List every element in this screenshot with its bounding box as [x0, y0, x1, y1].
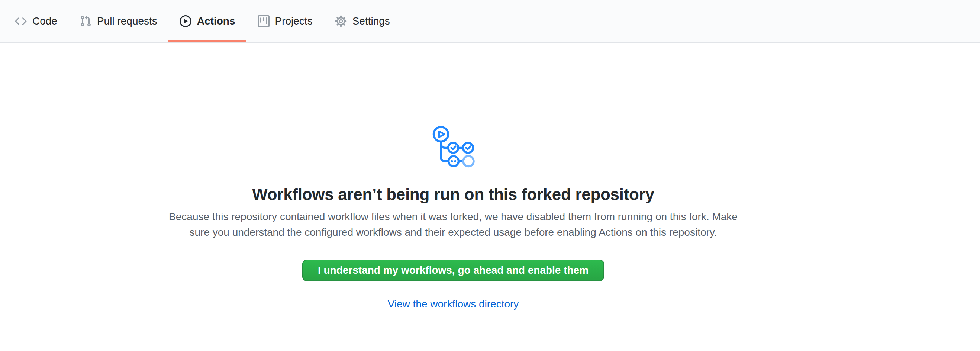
- link-row: View the workflows directory: [0, 281, 907, 310]
- actions-page: Code Pull requests Actions Projects: [0, 0, 980, 351]
- button-row: I understand my workflows, go ahead and …: [0, 240, 907, 281]
- workflows-disabled-blankslate: Workflows aren’t being run on this forke…: [0, 43, 907, 310]
- description-line-2: sure you understand the configured workf…: [0, 225, 907, 240]
- tab-actions-label: Actions: [197, 16, 235, 26]
- description-line-1: Because this repository contained workfl…: [0, 209, 907, 225]
- git-pull-request-icon: [80, 15, 91, 27]
- tab-settings-label: Settings: [352, 16, 390, 26]
- tab-projects[interactable]: Projects: [247, 0, 324, 42]
- tab-code-label: Code: [32, 16, 57, 26]
- gear-icon: [335, 15, 347, 27]
- tab-pull-requests[interactable]: Pull requests: [68, 0, 169, 42]
- tab-code[interactable]: Code: [4, 0, 68, 42]
- tab-projects-label: Projects: [275, 16, 313, 26]
- tab-settings[interactable]: Settings: [324, 0, 401, 42]
- project-board-icon: [258, 15, 269, 27]
- tab-actions[interactable]: Actions: [169, 0, 247, 42]
- view-workflows-directory-link[interactable]: View the workflows directory: [388, 298, 519, 310]
- main-content: Workflows aren’t being run on this forke…: [0, 43, 980, 310]
- page-title: Workflows aren’t being run on this forke…: [0, 185, 907, 204]
- repo-nav: Code Pull requests Actions Projects: [0, 0, 980, 43]
- code-icon: [15, 15, 27, 27]
- center-stage: Workflows aren’t being run on this forke…: [0, 43, 907, 310]
- play-circle-icon: [180, 15, 191, 27]
- description-text: Because this repository contained workfl…: [0, 209, 907, 240]
- enable-workflows-button[interactable]: I understand my workflows, go ahead and …: [302, 259, 604, 281]
- tab-pull-requests-label: Pull requests: [97, 16, 157, 26]
- workflow-graph-icon: [432, 125, 475, 168]
